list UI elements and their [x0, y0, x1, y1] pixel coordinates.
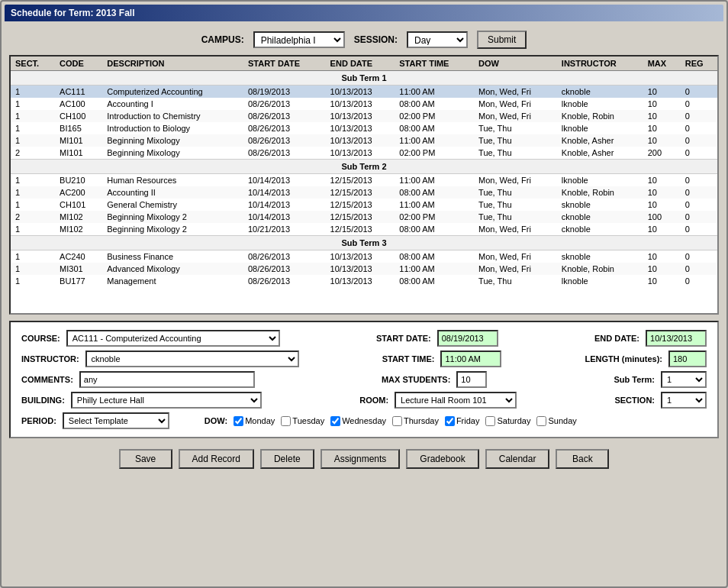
subterm-header: Sub Term 1	[11, 71, 717, 86]
table-row[interactable]: 1BI165Introduction to Biology08/26/20131…	[11, 122, 717, 134]
instructor-select[interactable]: cknoble	[85, 351, 299, 367]
table-row[interactable]: 1AC240Business Finance08/26/201310/13/20…	[11, 250, 717, 263]
button-bar: Save Add Record Delete Assignments Grade…	[9, 444, 719, 470]
th-end-date: END DATE	[326, 57, 395, 71]
monday-label: Monday	[245, 416, 275, 425]
th-code: CODE	[55, 57, 102, 71]
end-date-label: END DATE:	[594, 334, 639, 343]
table-row[interactable]: 1AC111Computerized Accounting08/19/20131…	[11, 86, 717, 99]
max-students-label: MAX STUDENTS:	[382, 375, 450, 384]
dow-monday: Monday	[234, 416, 275, 426]
section-select[interactable]: 123	[661, 392, 707, 409]
session-label: SESSION:	[354, 34, 398, 45]
table-header-row: SECT. CODE DESCRIPTION START DATE END DA…	[11, 57, 717, 71]
length-input[interactable]	[668, 351, 707, 367]
subterm-select[interactable]: 123	[661, 371, 707, 388]
max-students-input[interactable]	[456, 371, 487, 388]
submit-button[interactable]: Submit	[477, 31, 527, 49]
comments-input[interactable]	[79, 371, 255, 388]
dow-friday: Friday	[445, 416, 480, 426]
table-row[interactable]: 1MI102Beginning Mixology 210/21/201312/1…	[11, 223, 717, 236]
period-select[interactable]: Select Template	[63, 412, 169, 429]
table-row[interactable]: 1AC200Accounting II10/14/201312/15/20130…	[11, 186, 717, 199]
tuesday-label: Tuesday	[292, 416, 324, 425]
window-title: Schedule for Term: 2013 Fall	[5, 5, 723, 21]
back-button[interactable]: Back	[556, 449, 609, 469]
start-date-label: START DATE:	[376, 334, 431, 343]
comments-label: COMMENTS:	[21, 375, 73, 384]
course-label: COURSE:	[21, 334, 60, 343]
campus-select[interactable]: Philadelphia I Philadelphia II Online	[253, 31, 345, 48]
saturday-checkbox[interactable]	[485, 416, 495, 426]
campus-label: CAMPUS:	[201, 34, 244, 45]
gradebook-button[interactable]: Gradebook	[406, 449, 478, 469]
sunday-checkbox[interactable]	[536, 416, 546, 426]
th-description: DESCRIPTION	[102, 57, 243, 71]
wednesday-label: Wednesday	[342, 416, 386, 425]
table-row[interactable]: 1BU210Human Resources10/14/201312/15/201…	[11, 174, 717, 187]
subterm-header: Sub Term 3	[11, 236, 717, 250]
form-section: COURSE: AC111 - Computerized Accounting …	[9, 321, 719, 438]
table-row[interactable]: 1AC100Accounting I08/26/201310/13/201308…	[11, 98, 717, 110]
friday-checkbox[interactable]	[445, 416, 455, 426]
dow-thursday: Thursday	[392, 416, 439, 426]
table-row[interactable]: 2MI101Beginning Mixology08/26/201310/13/…	[11, 147, 717, 160]
dow-tuesday: Tuesday	[281, 416, 324, 426]
instructor-label: INSTRUCTOR:	[21, 354, 79, 363]
start-date-input[interactable]	[437, 330, 498, 347]
th-sect: SECT.	[11, 57, 55, 71]
table-row[interactable]: 2MI102Beginning Mixology 210/14/201312/1…	[11, 211, 717, 223]
tuesday-checkbox[interactable]	[281, 416, 291, 426]
dow-sunday: Sunday	[536, 416, 576, 426]
wednesday-checkbox[interactable]	[330, 416, 340, 426]
th-reg: REG	[681, 57, 717, 71]
table-row[interactable]: 1MI301Advanced Mixology08/26/201310/13/2…	[11, 263, 717, 275]
room-select[interactable]: Lecture Hall Room 101	[395, 392, 517, 409]
table-row[interactable]: 1MI101Beginning Mixology08/26/201310/13/…	[11, 134, 717, 147]
th-start-time: START TIME	[395, 57, 474, 71]
subterm-header: Sub Term 2	[11, 160, 717, 174]
course-select[interactable]: AC111 - Computerized Accounting	[66, 330, 280, 347]
dow-label: DOW:	[205, 416, 227, 425]
th-dow: DOW	[474, 57, 557, 71]
thursday-checkbox[interactable]	[392, 416, 402, 426]
thursday-label: Thursday	[404, 416, 439, 425]
table-row[interactable]: 1CH101General Chemistry10/14/201312/15/2…	[11, 199, 717, 211]
delete-button[interactable]: Delete	[260, 449, 314, 469]
end-date-input[interactable]	[646, 330, 707, 347]
th-instructor: INSTRUCTOR	[557, 57, 643, 71]
calendar-button[interactable]: Calendar	[485, 449, 550, 469]
room-label: ROOM:	[359, 396, 388, 405]
building-select[interactable]: Philly Lecture Hall	[71, 392, 262, 409]
schedule-table: SECT. CODE DESCRIPTION START DATE END DA…	[11, 57, 717, 287]
table-row[interactable]: 1CH100Introduction to Chemistry08/26/201…	[11, 110, 717, 122]
period-label: PERIOD:	[21, 416, 56, 425]
monday-checkbox[interactable]	[234, 416, 243, 426]
th-start-date: START DATE	[243, 57, 326, 71]
section-label: SECTION:	[614, 396, 655, 405]
session-select[interactable]: Day Evening Weekend	[407, 31, 468, 48]
save-button[interactable]: Save	[119, 449, 172, 469]
length-label: LENGTH (minutes):	[585, 354, 662, 363]
th-max: MAX	[643, 57, 681, 71]
dow-saturday: Saturday	[485, 416, 530, 426]
friday-label: Friday	[456, 416, 480, 425]
saturday-label: Saturday	[497, 416, 530, 425]
add-record-button[interactable]: Add Record	[179, 449, 254, 469]
subterm-label: Sub Term:	[614, 375, 655, 384]
assignments-button[interactable]: Assignments	[321, 449, 401, 469]
dow-wednesday: Wednesday	[330, 416, 386, 426]
start-time-input[interactable]	[440, 351, 501, 367]
schedule-table-container: SECT. CODE DESCRIPTION START DATE END DA…	[9, 55, 719, 315]
start-time-label: START TIME:	[382, 354, 435, 363]
building-label: BUILDING:	[21, 396, 65, 405]
table-row[interactable]: 1BU177Management08/26/201310/13/201308:0…	[11, 275, 717, 287]
sunday-label: Sunday	[548, 416, 576, 425]
